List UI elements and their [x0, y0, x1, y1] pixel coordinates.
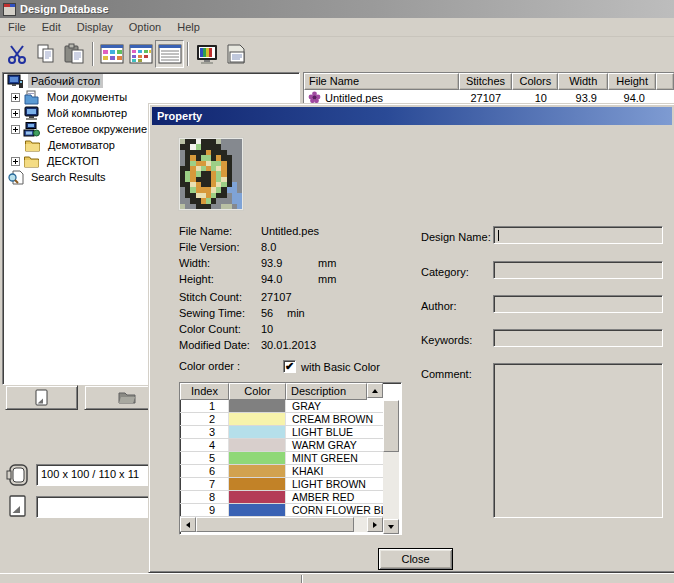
color-row[interactable]: 2CREAM BROWN: [180, 413, 383, 426]
paste-button[interactable]: [60, 40, 89, 68]
arrow-right-icon: [373, 522, 377, 528]
column-header-index[interactable]: Index: [180, 383, 229, 400]
design-property-button[interactable]: [221, 40, 250, 68]
tree-item-label: Рабочий стол: [28, 74, 103, 88]
color-row[interactable]: 3LIGHT BLUE: [180, 426, 383, 439]
search-results-icon: [7, 170, 24, 185]
expand-icon[interactable]: [11, 125, 20, 134]
vertical-scrollbar[interactable]: [383, 400, 399, 534]
scissors-icon: [6, 43, 28, 65]
arrow-up-icon: [372, 389, 378, 393]
view-small-thumbnails-button[interactable]: [126, 40, 155, 68]
menu-option[interactable]: Option: [121, 19, 169, 35]
dialog-title-bar[interactable]: Property: [152, 107, 672, 125]
comment-input[interactable]: [493, 363, 663, 518]
comment-label: Comment:: [421, 368, 472, 380]
design-thumbnail: [179, 138, 243, 210]
screen-preview-button[interactable]: [192, 40, 221, 68]
scroll-up-button[interactable]: [367, 383, 383, 398]
category-label: Category:: [421, 266, 469, 278]
window-title: Design Database: [20, 3, 109, 15]
color-table-header: Index Color Description: [180, 383, 401, 400]
color-row[interactable]: 9CORN FLOWER BLU: [180, 504, 383, 517]
design-name-label: Design Name:: [421, 231, 491, 243]
color-rows: 1GRAY 2CREAM BROWN 3LIGHT BLUE 4WARM GRA…: [180, 400, 383, 534]
height-cell: 94.0: [609, 92, 657, 104]
view-list-button[interactable]: [155, 40, 184, 68]
v-scroll-thumb[interactable]: [383, 400, 399, 452]
horizontal-scrollbar[interactable]: [180, 517, 383, 532]
prop-modified-date: Modified Date:30.01.2013: [179, 339, 318, 351]
scroll-right-button[interactable]: [367, 517, 383, 532]
prop-height: Height:94.0mm: [179, 273, 336, 285]
column-header-file-name[interactable]: File Name: [304, 73, 459, 90]
tree-item-label: Сетевое окружение: [44, 122, 150, 136]
prop-file-version: File Version:8.0: [179, 241, 318, 253]
my-documents-icon: [23, 90, 40, 105]
prop-file-name: File Name:Untitled.pes: [179, 225, 318, 237]
expand-icon[interactable]: [11, 109, 20, 118]
menu-display[interactable]: Display: [69, 19, 121, 35]
card-pane-tab[interactable]: [5, 385, 78, 410]
colors-cell: 10: [513, 92, 559, 104]
color-row[interactable]: 6KHAKI: [180, 465, 383, 478]
cut-button[interactable]: [2, 40, 31, 68]
text-caret: [498, 230, 499, 241]
design-name-input[interactable]: [493, 226, 663, 244]
prop-sewing-time: Sewing Time:56min: [179, 307, 305, 319]
tree-item-desktop[interactable]: Рабочий стол: [3, 73, 299, 89]
list-view-icon: [158, 43, 182, 65]
scroll-left-button[interactable]: [180, 517, 196, 532]
expand-icon[interactable]: [11, 157, 20, 166]
keywords-label: Keywords:: [421, 334, 472, 346]
color-row[interactable]: 8AMBER RED: [180, 491, 383, 504]
column-header-width[interactable]: Width: [558, 73, 608, 90]
stitches-cell: 27107: [459, 92, 513, 104]
width-cell: 93.9: [559, 92, 609, 104]
monitor-icon: [195, 43, 219, 65]
small-thumbnails-icon: [129, 43, 153, 65]
expand-icon[interactable]: [11, 93, 20, 102]
desktop-icon: [7, 74, 24, 89]
toolbar: [0, 37, 674, 70]
menu-edit[interactable]: Edit: [34, 19, 69, 35]
view-large-thumbnails-button[interactable]: [97, 40, 126, 68]
file-list-header: File Name Stitches Colors Width Height: [304, 73, 674, 90]
color-row[interactable]: 5MINT GREEN: [180, 452, 383, 465]
property-card-icon: [224, 43, 248, 65]
copy-button[interactable]: [31, 40, 60, 68]
tree-item-label: ДЕСКТОП: [44, 154, 102, 168]
card-icon: [8, 494, 28, 518]
column-header-description[interactable]: Description: [286, 383, 367, 400]
folder-icon: [24, 138, 41, 153]
category-input[interactable]: [493, 261, 663, 279]
color-row[interactable]: 1GRAY: [180, 400, 383, 413]
large-thumbnails-icon: [100, 43, 124, 65]
author-input[interactable]: [493, 295, 663, 313]
folder-tab-icon: [117, 390, 137, 405]
file-name-cell: Untitled.pes: [325, 92, 383, 104]
h-scroll-thumb[interactable]: [196, 517, 354, 532]
color-swatch: [229, 413, 286, 425]
menu-help[interactable]: Help: [169, 19, 208, 35]
color-order-label: Color order :: [179, 360, 240, 372]
column-header-height[interactable]: Height: [608, 73, 656, 90]
color-row[interactable]: 7LIGHT BROWN: [180, 478, 383, 491]
column-header-color[interactable]: Color: [229, 383, 286, 400]
scroll-down-button[interactable]: [383, 519, 399, 534]
basic-color-checkbox[interactable]: ✔: [283, 360, 296, 373]
close-button-label: Close: [401, 553, 429, 565]
color-row[interactable]: 4WARM GRAY: [180, 439, 383, 452]
menu-file[interactable]: File: [0, 19, 34, 35]
keywords-input[interactable]: [493, 329, 663, 347]
arrow-left-icon: [186, 522, 190, 528]
column-header-stitches[interactable]: Stitches: [459, 73, 513, 90]
card-tab-icon: [34, 389, 49, 406]
color-swatch: [229, 439, 286, 451]
color-table: Index Color Description 1GRAY 2CREAM BRO…: [179, 382, 402, 535]
close-button[interactable]: Close: [378, 548, 453, 570]
column-header-colors[interactable]: Colors: [512, 73, 558, 90]
color-swatch: [229, 504, 286, 516]
menu-bar: File Edit Display Option Help: [0, 18, 674, 37]
basic-color-label: with Basic Color: [301, 361, 380, 373]
